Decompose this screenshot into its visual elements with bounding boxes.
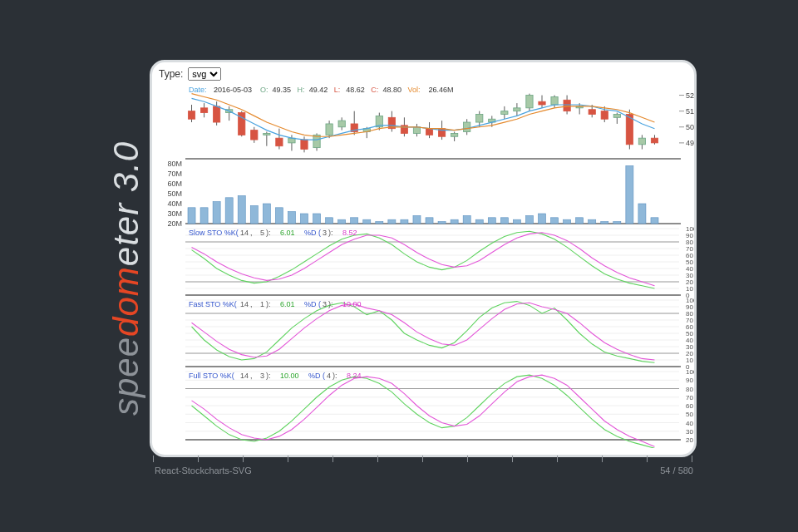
svg-text:,: , bbox=[250, 229, 253, 237]
svg-text:L:: L: bbox=[334, 86, 341, 94]
svg-rect-182 bbox=[413, 215, 421, 224]
svg-text:48.62: 48.62 bbox=[346, 86, 365, 94]
svg-text:90: 90 bbox=[686, 232, 693, 239]
svg-text:14: 14 bbox=[240, 229, 249, 237]
svg-text:40: 40 bbox=[686, 265, 693, 273]
svg-text:%D (: %D ( bbox=[304, 229, 321, 237]
svg-rect-157 bbox=[613, 114, 620, 117]
svg-rect-149 bbox=[564, 100, 570, 111]
svg-text:80M: 80M bbox=[167, 160, 182, 168]
svg-rect-200 bbox=[638, 204, 646, 224]
svg-text:70M: 70M bbox=[167, 170, 182, 178]
svg-text:20: 20 bbox=[686, 436, 693, 444]
svg-text:100: 100 bbox=[686, 297, 694, 304]
svg-rect-190 bbox=[513, 219, 520, 224]
svg-rect-168 bbox=[238, 195, 245, 224]
svg-rect-185 bbox=[451, 219, 458, 224]
svg-rect-161 bbox=[638, 138, 645, 145]
svg-text:):: ): bbox=[332, 372, 337, 380]
svg-text:,: , bbox=[250, 372, 253, 380]
svg-rect-192 bbox=[538, 214, 545, 224]
svg-text:90: 90 bbox=[686, 303, 693, 311]
svg-text:):: ): bbox=[328, 300, 333, 308]
svg-text:%D (: %D ( bbox=[304, 300, 321, 308]
svg-text:90: 90 bbox=[686, 377, 693, 384]
svg-text:40M: 40M bbox=[167, 200, 182, 208]
svg-rect-103 bbox=[276, 138, 283, 146]
render-type-select[interactable]: svg bbox=[188, 67, 221, 81]
svg-text:%D (: %D ( bbox=[308, 372, 325, 380]
svg-rect-113 bbox=[338, 121, 345, 127]
svg-rect-153 bbox=[589, 110, 595, 115]
svg-text:Slow STO %K(: Slow STO %K( bbox=[189, 229, 239, 237]
svg-text:51: 51 bbox=[686, 107, 694, 116]
svg-rect-141 bbox=[514, 108, 520, 111]
svg-text:3: 3 bbox=[323, 300, 327, 308]
svg-text:Vol:: Vol: bbox=[408, 86, 421, 94]
svg-text:,: , bbox=[250, 300, 253, 308]
svg-rect-111 bbox=[326, 124, 332, 135]
svg-text:50: 50 bbox=[686, 123, 694, 131]
svg-rect-177 bbox=[351, 218, 358, 224]
svg-rect-201 bbox=[651, 218, 658, 224]
svg-rect-93 bbox=[213, 106, 219, 122]
stock-chart[interactable]: 4950515220M30M40M50M60M70M80M01020304050… bbox=[152, 82, 694, 448]
svg-rect-125 bbox=[413, 127, 420, 134]
svg-rect-145 bbox=[539, 101, 545, 105]
svg-text:40: 40 bbox=[686, 337, 693, 344]
svg-text:10: 10 bbox=[686, 357, 693, 364]
svg-rect-99 bbox=[251, 131, 258, 140]
svg-rect-186 bbox=[463, 215, 470, 224]
svg-text:60: 60 bbox=[686, 402, 693, 410]
svg-rect-101 bbox=[264, 133, 270, 135]
svg-rect-172 bbox=[288, 212, 295, 224]
svg-text:80: 80 bbox=[686, 239, 693, 246]
svg-text:20: 20 bbox=[686, 350, 693, 357]
svg-text:):: ): bbox=[266, 372, 271, 380]
svg-text:30M: 30M bbox=[167, 209, 182, 218]
svg-text:100: 100 bbox=[686, 225, 694, 233]
svg-text:8.52: 8.52 bbox=[342, 229, 357, 237]
svg-text:49.35: 49.35 bbox=[272, 86, 291, 94]
type-label: Type: bbox=[159, 68, 183, 80]
svg-text:Date:: Date: bbox=[189, 86, 207, 94]
chart-app-frame: Type: svg 4950515220M30M40M50M60M70M80M0… bbox=[150, 60, 697, 457]
svg-rect-173 bbox=[300, 214, 308, 224]
svg-text:80: 80 bbox=[686, 310, 693, 318]
svg-rect-139 bbox=[501, 111, 508, 115]
svg-rect-198 bbox=[613, 222, 621, 224]
svg-text:2016-05-03: 2016-05-03 bbox=[214, 86, 252, 94]
svg-text:10.00: 10.00 bbox=[342, 300, 362, 308]
svg-text:20: 20 bbox=[686, 278, 693, 286]
svg-text:5: 5 bbox=[260, 229, 264, 237]
svg-text:):: ): bbox=[266, 300, 271, 308]
speedometer-logo: speedometer 3.0 bbox=[106, 141, 146, 416]
svg-rect-197 bbox=[601, 222, 608, 224]
svg-rect-174 bbox=[313, 214, 321, 224]
svg-rect-166 bbox=[213, 202, 220, 224]
svg-text:4: 4 bbox=[327, 372, 331, 380]
svg-text:10: 10 bbox=[686, 285, 693, 293]
svg-text:O:: O: bbox=[260, 86, 268, 94]
svg-rect-183 bbox=[426, 218, 433, 224]
svg-rect-171 bbox=[275, 208, 283, 224]
svg-rect-181 bbox=[401, 219, 408, 224]
svg-rect-178 bbox=[363, 219, 371, 224]
svg-text:70: 70 bbox=[686, 317, 693, 324]
svg-text:3: 3 bbox=[323, 229, 327, 237]
svg-text:H:: H: bbox=[297, 86, 304, 94]
svg-text:8.24: 8.24 bbox=[347, 372, 362, 380]
svg-text:60: 60 bbox=[686, 252, 693, 259]
svg-text:1: 1 bbox=[260, 300, 264, 308]
svg-rect-193 bbox=[551, 218, 559, 224]
svg-text:70: 70 bbox=[686, 394, 693, 401]
svg-rect-127 bbox=[426, 129, 432, 135]
svg-text:50: 50 bbox=[686, 330, 693, 337]
svg-rect-191 bbox=[525, 215, 533, 224]
svg-rect-165 bbox=[200, 208, 208, 224]
svg-rect-189 bbox=[500, 218, 508, 224]
footer-progress: 54 / 580 bbox=[660, 466, 693, 475]
svg-rect-179 bbox=[376, 222, 383, 224]
svg-text:30: 30 bbox=[686, 343, 693, 351]
svg-rect-91 bbox=[200, 108, 207, 113]
